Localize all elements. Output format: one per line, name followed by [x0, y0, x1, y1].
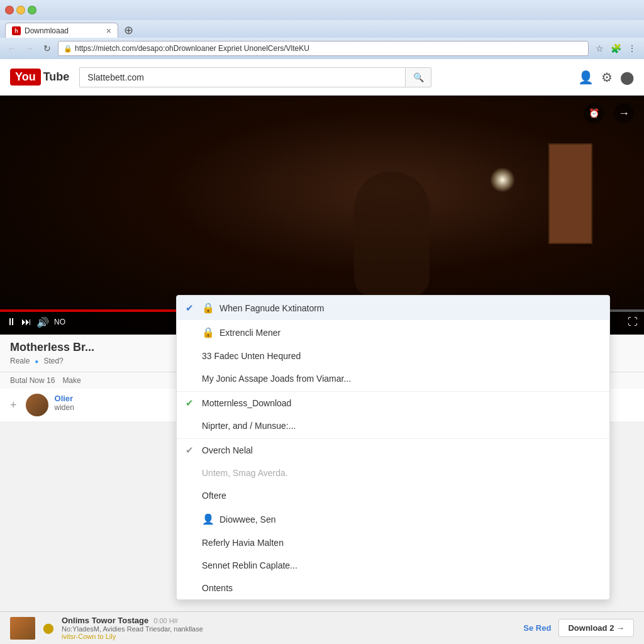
play-pause-btn[interactable]: ⏸	[6, 316, 16, 328]
youtube-logo-text: Tube	[43, 70, 70, 84]
youtube-logo-box: You	[10, 69, 41, 86]
extension-icon[interactable]: 🧩	[609, 42, 623, 55]
download-thumb-img	[10, 617, 35, 640]
item-label-7: Overch Nelal	[202, 445, 253, 455]
item-label-12: Sennet Reblin Caplate...	[202, 560, 297, 570]
dropdown-item-5[interactable]: ✔ Motternless_Download	[177, 391, 609, 414]
se-red-link[interactable]: Se Red	[523, 623, 551, 633]
dropdown-item-3[interactable]: 33 Fadec Unten Hequred	[177, 345, 609, 367]
download-btn-label: Download 2 →	[568, 623, 625, 633]
video-figure	[354, 171, 430, 297]
comment-avatar-1	[26, 394, 48, 416]
clock-icon[interactable]: ⏰	[584, 103, 604, 123]
download-sub-link[interactable]: ivitsr-Cown to Lily	[62, 633, 516, 640]
add-btn[interactable]: +	[10, 394, 17, 416]
channel-sub: Sted?	[43, 357, 63, 365]
dropdown-item-6[interactable]: Niprter, and / Munsue:...	[177, 414, 609, 437]
download-avatar-icon: ⬤	[43, 622, 54, 634]
address-bar[interactable]: 🔒 https://mietch.com/desapo:ohDrownloane…	[58, 41, 589, 56]
download-desc: No:YladesM, Avidies Read Triesdar, nankl…	[62, 625, 516, 633]
forward-btn[interactable]: →	[23, 42, 36, 55]
url-text: https://mietch.com/desapo:ohDrownloaner …	[75, 44, 309, 53]
download-meta: 0:00 H#	[153, 617, 178, 625]
verified-icon: ●	[35, 358, 38, 365]
video-light	[490, 167, 515, 192]
fullscreen-btn[interactable]: ⛶	[628, 316, 638, 328]
check-icon-1: ✔	[186, 303, 194, 314]
item-label-1: When Fagnude Kxtinatorm	[219, 303, 325, 313]
menu-icon[interactable]: ⋮	[625, 42, 639, 55]
user-icon[interactable]: 👤	[578, 70, 594, 85]
back-btn[interactable]: ←	[5, 42, 19, 55]
new-tab-btn[interactable]: ⊕	[121, 23, 136, 38]
item-label-13: Ontents	[202, 583, 233, 593]
dropdown-item-13[interactable]: Ontents	[177, 577, 609, 599]
dropdown-menu: ✔ 🔒 When Fagnude Kxtinatorm 🔒 Extrencli …	[176, 295, 610, 600]
tab-title: Downmloaad	[25, 26, 69, 35]
download-button[interactable]: Download 2 →	[558, 619, 634, 637]
channel-name[interactable]: Reale	[10, 357, 30, 365]
item-label-10: Diowwee, Sen	[219, 514, 276, 525]
search-container: 🔍	[79, 67, 431, 87]
nav-bar: ← → ↻ 🔒 https://mietch.com/desapo:ohDrow…	[0, 38, 644, 59]
item-label-2: Extrencli Mener	[219, 328, 280, 338]
dropdown-item-8[interactable]: Untem, Smag Averda.	[177, 462, 609, 484]
video-door	[548, 143, 592, 244]
youtube-header: You Tube 🔍 👤 ⚙ ⬤	[0, 59, 644, 96]
item-icon-10: 👤	[202, 513, 214, 525]
browser-frame: h Downmloaad × ⊕ ← → ↻ 🔒 https://mietch.…	[0, 0, 644, 644]
item-label-8: Untem, Smag Averda.	[202, 468, 288, 478]
item-label-5: Motternless_Download	[202, 398, 291, 408]
item-icon-2: 🔒	[202, 326, 214, 338]
nav-icons: ☆ 🧩 ⋮	[592, 42, 639, 55]
tab-close-btn[interactable]: ×	[106, 26, 111, 36]
dropdown-item-11[interactable]: Referly Havia Malten	[177, 531, 609, 554]
download-thumbnail	[10, 617, 35, 640]
meta-left: Butal Now 16	[10, 376, 55, 385]
close-window-btn[interactable]	[5, 6, 14, 14]
active-tab[interactable]: h Downmloaad ×	[5, 23, 118, 38]
header-actions: 👤 ⚙ ⬤	[578, 70, 634, 85]
page-content: You Tube 🔍 👤 ⚙ ⬤ ⏰ →	[0, 59, 644, 644]
download-title: Onlims Towor Tostage	[62, 616, 148, 625]
settings-icon[interactable]: ⚙	[601, 70, 613, 85]
search-button[interactable]: 🔍	[405, 67, 431, 87]
dropdown-item-1[interactable]: ✔ 🔒 When Fagnude Kxtinatorm	[177, 296, 609, 320]
video-overlay-icons: ⏰ →	[584, 103, 634, 123]
check-icon-5: ✔	[186, 397, 194, 409]
item-label-11: Referly Havia Malten	[202, 538, 284, 548]
item-label-6: Niprter, and / Munsue:...	[202, 421, 296, 431]
tab-bar: h Downmloaad × ⊕	[0, 20, 644, 38]
download-info: Onlims Towor Tostage 0:00 H# No:YladesM,…	[62, 616, 516, 640]
minimize-window-btn[interactable]	[16, 6, 25, 14]
dropdown-item-4[interactable]: My Jonic Assape Joads from Viamar...	[177, 367, 609, 390]
item-label-4: My Jonic Assape Joads from Viamar...	[202, 374, 351, 384]
tab-favicon: h	[12, 26, 21, 35]
time-display: NO	[54, 318, 65, 326]
dropdown-item-9[interactable]: Oftere	[177, 484, 609, 507]
check-icon-7: ✔	[186, 445, 194, 456]
download-bar: ⬤ Onlims Towor Tostage 0:00 H# No:Ylades…	[0, 611, 644, 644]
dropdown-item-10[interactable]: 👤 Diowwee, Sen	[177, 507, 609, 531]
meta-right: Make	[62, 376, 80, 385]
dropdown-item-2[interactable]: 🔒 Extrencli Mener	[177, 320, 609, 345]
apps-icon[interactable]: ⬤	[620, 70, 634, 85]
next-icon[interactable]: →	[614, 103, 634, 123]
next-btn[interactable]: ⏭	[21, 316, 31, 328]
title-bar	[0, 0, 644, 20]
item-icon-1: 🔒	[202, 302, 214, 314]
bookmark-icon[interactable]: ☆	[592, 42, 606, 55]
youtube-logo[interactable]: You Tube	[10, 69, 69, 86]
maximize-window-btn[interactable]	[28, 6, 36, 14]
dropdown-item-7[interactable]: ✔ Overch Nelal	[177, 438, 609, 462]
item-label-3: 33 Fadec Unten Hequred	[202, 351, 301, 361]
refresh-btn[interactable]: ↻	[40, 42, 54, 55]
window-controls	[5, 6, 36, 14]
search-input[interactable]	[79, 67, 405, 87]
item-label-9: Oftere	[202, 491, 226, 501]
volume-btn[interactable]: 🔊	[36, 316, 49, 328]
dropdown-item-12[interactable]: Sennet Reblin Caplate...	[177, 554, 609, 577]
ssl-icon: 🔒	[64, 45, 72, 53]
